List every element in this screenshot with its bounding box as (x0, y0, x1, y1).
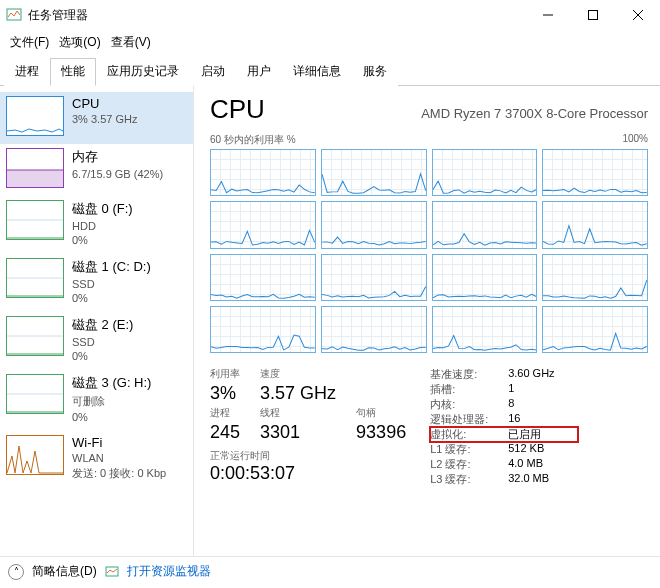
proc-value: 245 (210, 422, 240, 443)
virtualization-v: 已启用 (508, 427, 578, 442)
l3-k: L3 缓存: (430, 472, 508, 487)
l3-v: 32.0 MB (508, 472, 578, 487)
util-value: 3% (210, 383, 240, 404)
sidebar-item-sub: SSD (72, 336, 133, 348)
titlebar: 任务管理器 (0, 0, 660, 30)
sidebar-item-label: 内存 (72, 148, 163, 166)
brief-info-button[interactable]: 简略信息(D) (32, 563, 97, 580)
tab-details[interactable]: 详细信息 (282, 58, 352, 86)
maximize-button[interactable] (570, 0, 615, 30)
cpu-info-table: 基准速度:3.60 GHz 插槽:1 内核:8 逻辑处理器:16 虚拟化:已启用… (430, 367, 578, 487)
cpu-model: AMD Ryzen 7 3700X 8-Core Processor (421, 106, 648, 121)
footer: ˄ 简略信息(D) 打开资源监视器 (0, 556, 660, 586)
cpu-thumb (6, 96, 64, 136)
core-graph (210, 149, 316, 196)
sidebar-item-disk1[interactable]: 磁盘 1 (C: D:) SSD 0% (0, 254, 193, 312)
tab-app-history[interactable]: 应用历史记录 (96, 58, 190, 86)
speed-label: 速度 (260, 367, 336, 381)
svg-rect-2 (588, 11, 597, 20)
l2-v: 4.0 MB (508, 457, 578, 472)
chevron-up-icon[interactable]: ˄ (8, 564, 24, 580)
tab-users[interactable]: 用户 (236, 58, 282, 86)
cores-v: 8 (508, 397, 578, 412)
speed-value: 3.57 GHz (260, 383, 336, 404)
tab-startup[interactable]: 启动 (190, 58, 236, 86)
window-title: 任务管理器 (28, 7, 525, 24)
core-graph (321, 201, 427, 248)
memory-thumb (6, 148, 64, 188)
sidebar-item-sub2: 0% (72, 411, 151, 423)
core-graph (432, 149, 538, 196)
threads-label: 线程 (260, 406, 336, 420)
l1-v: 512 KB (508, 442, 578, 457)
sockets-k: 插槽: (430, 382, 508, 397)
sidebar-item-label: CPU (72, 96, 137, 111)
sockets-v: 1 (508, 382, 578, 397)
sidebar-item-sub: SSD (72, 278, 151, 290)
sidebar-item-label: 磁盘 2 (E:) (72, 316, 133, 334)
minimize-button[interactable] (525, 0, 570, 30)
graph-label-right: 100% (622, 133, 648, 147)
disk-thumb (6, 316, 64, 356)
sidebar-item-sub: 可删除 (72, 394, 151, 409)
sidebar-item-disk0[interactable]: 磁盘 0 (F:) HDD 0% (0, 196, 193, 254)
uptime-label: 正常运行时间 (210, 449, 406, 463)
l2-k: L2 缓存: (430, 457, 508, 472)
close-button[interactable] (615, 0, 660, 30)
core-graph (210, 201, 316, 248)
disk-thumb (6, 200, 64, 240)
tab-performance[interactable]: 性能 (50, 58, 96, 86)
proc-label: 进程 (210, 406, 240, 420)
handles-value: 93396 (356, 422, 406, 443)
sidebar-item-label: 磁盘 0 (F:) (72, 200, 133, 218)
tab-processes[interactable]: 进程 (4, 58, 50, 86)
svg-rect-5 (7, 170, 63, 187)
cpu-core-grid[interactable] (210, 149, 648, 353)
lp-k: 逻辑处理器: (430, 412, 508, 427)
svg-rect-0 (7, 9, 21, 20)
sidebar-item-sub2: 发送: 0 接收: 0 Kbp (72, 466, 166, 481)
cpu-panel: CPU AMD Ryzen 7 3700X 8-Core Processor 6… (194, 86, 660, 556)
menubar: 文件(F) 选项(O) 查看(V) (0, 30, 660, 55)
threads-value: 3301 (260, 422, 336, 443)
core-graph (321, 254, 427, 301)
core-graph (542, 201, 648, 248)
sidebar-item-disk3[interactable]: 磁盘 3 (G: H:) 可删除 0% (0, 370, 193, 431)
core-graph (321, 306, 427, 353)
handles-label: 句柄 (356, 406, 406, 420)
menu-view[interactable]: 查看(V) (107, 32, 155, 53)
base-speed-v: 3.60 GHz (508, 367, 578, 382)
core-graph (542, 254, 648, 301)
resmon-icon (105, 565, 119, 579)
menu-file[interactable]: 文件(F) (6, 32, 53, 53)
cpu-heading: CPU (210, 94, 265, 125)
disk-thumb (6, 374, 64, 414)
sidebar-item-sub: 3% 3.57 GHz (72, 113, 137, 125)
open-resmon-link[interactable]: 打开资源监视器 (127, 563, 211, 580)
sidebar-item-wifi[interactable]: Wi-Fi WLAN 发送: 0 接收: 0 Kbp (0, 431, 193, 489)
core-graph (210, 306, 316, 353)
core-graph (542, 306, 648, 353)
sidebar-item-sub2: 0% (72, 292, 151, 304)
sidebar-item-sub: 6.7/15.9 GB (42%) (72, 168, 163, 180)
core-graph (432, 306, 538, 353)
sidebar-item-sub: WLAN (72, 452, 166, 464)
sidebar-item-disk2[interactable]: 磁盘 2 (E:) SSD 0% (0, 312, 193, 370)
menu-options[interactable]: 选项(O) (55, 32, 104, 53)
performance-sidebar[interactable]: CPU 3% 3.57 GHz 内存 6.7/15.9 GB (42%) 磁盘 … (0, 86, 194, 556)
lp-v: 16 (508, 412, 578, 427)
wifi-thumb (6, 435, 64, 475)
sidebar-item-cpu[interactable]: CPU 3% 3.57 GHz (0, 92, 193, 144)
base-speed-k: 基准速度: (430, 367, 508, 382)
core-graph (321, 149, 427, 196)
sidebar-item-sub2: 0% (72, 234, 133, 246)
sidebar-item-memory[interactable]: 内存 6.7/15.9 GB (42%) (0, 144, 193, 196)
uptime-value: 0:00:53:07 (210, 463, 406, 484)
tab-services[interactable]: 服务 (352, 58, 398, 86)
tab-strip: 进程 性能 应用历史记录 启动 用户 详细信息 服务 (0, 57, 660, 86)
cores-k: 内核: (430, 397, 508, 412)
l1-k: L1 缓存: (430, 442, 508, 457)
sidebar-item-label: 磁盘 3 (G: H:) (72, 374, 151, 392)
virtualization-k: 虚拟化: (430, 427, 508, 442)
core-graph (210, 254, 316, 301)
